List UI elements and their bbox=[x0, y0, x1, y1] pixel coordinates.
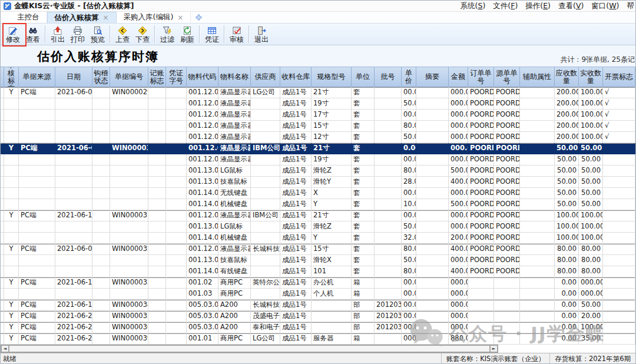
table-cell: 50.00 bbox=[579, 300, 603, 310]
title-bar: 金蝶KIS云·专业版 - [估价入账核算] 系统(S)文件(F)操作(E)查看(… bbox=[1, 1, 635, 12]
table-cell: 000.00 bbox=[449, 221, 468, 232]
table-row[interactable]: YPC端2021-06-10WIN000031001.12.01液晶显示器IBM… bbox=[1, 210, 635, 221]
toolbar-separator bbox=[199, 25, 200, 43]
table-row[interactable]: 001.03商用PC成品1号个人机箱00.00000.000.00000.00 bbox=[1, 289, 635, 300]
table-row[interactable]: 001.14.01有线键盘成品1号101套80.00400.00POORD0CP… bbox=[1, 266, 635, 277]
scrollbar-thumb[interactable] bbox=[9, 345, 490, 352]
export-button[interactable]: 引出 bbox=[48, 24, 68, 45]
table-cell bbox=[55, 177, 92, 187]
table-cell bbox=[416, 300, 449, 310]
table-cell: 000.00 bbox=[449, 110, 468, 120]
new-tab-icon[interactable] bbox=[191, 12, 207, 23]
table-cell: 50.00 bbox=[579, 154, 603, 165]
table-row[interactable]: 001.12.02液晶显示器成品1号19寸套00.00000.00POORD0C… bbox=[1, 154, 635, 166]
table-cell bbox=[55, 221, 92, 232]
table-cell: POORD0C bbox=[494, 199, 520, 210]
print-button[interactable]: 打印 bbox=[68, 24, 88, 45]
table-cell bbox=[416, 221, 449, 232]
table-cell: 000.00 bbox=[449, 322, 468, 333]
table-cell: 001.12.02 bbox=[187, 154, 218, 165]
search-down-button[interactable]: 下查 bbox=[132, 24, 153, 45]
table-cell: 50.00 bbox=[402, 221, 416, 232]
modify-button[interactable]: 修改 bbox=[3, 24, 23, 45]
table-cell: POORD0C bbox=[494, 255, 520, 266]
table-cell bbox=[92, 143, 110, 154]
table-cell: 成品1号 bbox=[280, 322, 312, 333]
window-title: 金蝶KIS云·专业版 - [估价入账核算] bbox=[14, 1, 134, 11]
table-cell bbox=[375, 177, 402, 187]
horizontal-scrollbar[interactable]: ◄ ► bbox=[1, 345, 498, 353]
table-row[interactable]: YPC端2021-06-10WIN000034005.03.01A200长城科技… bbox=[1, 300, 635, 311]
table-row[interactable]: 001.12.02液晶显示器成品1号19寸套50.00000.00POORD0C… bbox=[1, 98, 635, 110]
menu-item-5[interactable]: 帮 bbox=[627, 1, 635, 11]
table-row[interactable]: 001.12.03液晶显示器成品1号17寸套00.00000.00POORD0C… bbox=[1, 110, 635, 121]
table-row[interactable]: 001.14.04机械键盘成品1号Y套32.00200.00POORD0CPOO… bbox=[1, 233, 635, 244]
table-row[interactable]: YPC端2021-06-05WIN000032001.12.04液晶显示器长城科… bbox=[1, 244, 635, 255]
table-cell: 成品1号 bbox=[280, 333, 312, 344]
table-cell bbox=[375, 199, 402, 210]
filter-button[interactable]: 过滤 bbox=[157, 24, 177, 45]
edit-icon bbox=[8, 26, 18, 35]
table-cell: 200.00 bbox=[555, 98, 579, 109]
search-up-button[interactable]: 上查 bbox=[112, 24, 132, 45]
column-header-15: 摘要 bbox=[416, 67, 449, 87]
scroll-left-button[interactable]: ◄ bbox=[1, 345, 9, 352]
table-cell: 成品1号 bbox=[280, 98, 312, 109]
menu-item-0[interactable]: 系统(S) bbox=[461, 1, 486, 11]
table-cell: 00.00 bbox=[402, 289, 416, 299]
table-row[interactable]: YPC端2021-06-01WIN000029001.12.01液晶显示器LG公… bbox=[1, 87, 635, 98]
tab-1[interactable]: 估价入账核算× bbox=[47, 12, 117, 23]
table-row[interactable]: 001.12.05液晶显示器成品1号12寸套50.00000.00POORD0C… bbox=[1, 132, 635, 143]
view-button[interactable]: 查看 bbox=[23, 24, 43, 45]
status-inventory-period: 存货核算：2021年第6期 bbox=[549, 353, 635, 364]
table-cell bbox=[4, 110, 19, 120]
table-row[interactable]: 001.13.08技嘉鼠标成品1号滑轮X套50.00000.00POORD0CP… bbox=[1, 255, 635, 266]
table-row[interactable]: 001.13.03LG鼠标成品1号滑轮Z套80.00500.00POORD0CP… bbox=[1, 166, 635, 177]
table-cell: WIN000029 bbox=[110, 87, 148, 98]
table-cell bbox=[148, 244, 166, 254]
menu-item-1[interactable]: 文件(F) bbox=[493, 1, 518, 11]
status-account-name: 账套名称：KIS演示账套（企业） bbox=[441, 353, 550, 364]
filter-icon bbox=[163, 26, 172, 35]
tab-close-icon[interactable]: × bbox=[103, 14, 109, 21]
scroll-right-button[interactable]: ► bbox=[490, 345, 498, 352]
table-cell bbox=[603, 143, 635, 154]
table-row[interactable]: 001.12.04液晶显示器成品1号15寸套80.00000.00POORD0C… bbox=[1, 121, 635, 132]
table-cell: 2012032000 bbox=[375, 311, 402, 322]
table-row[interactable]: 001.14.03无线键盘成品1号X套00.00000.00POORD0CPOO… bbox=[1, 188, 635, 199]
table-row[interactable]: YPC端2021-06-28WIN000036005.03.01A200泰和电子… bbox=[1, 322, 635, 333]
audit-button[interactable]: 审核 bbox=[227, 24, 247, 45]
table-row[interactable]: YPC端2021-06-10WIN000033001.02商用PC英特尔公司成品… bbox=[1, 277, 635, 289]
table-cell: 2012031001 bbox=[375, 300, 402, 310]
table-cell: WIN000036 bbox=[110, 322, 148, 333]
table-cell bbox=[416, 266, 449, 277]
tab-0[interactable]: 主控台 bbox=[10, 12, 47, 23]
table-cell bbox=[375, 166, 402, 176]
table-cell bbox=[4, 255, 19, 266]
table-row[interactable]: YPC端2021-06-26WIN000039001.01商用PCLG公司成品1… bbox=[1, 333, 635, 345]
binoculars-icon bbox=[28, 26, 38, 35]
exit-button[interactable]: 退出 bbox=[251, 24, 271, 45]
table-row[interactable]: YPC端2021-06-20WIN000035005.03.01A200茂盛电子… bbox=[1, 311, 635, 322]
preview-button[interactable]: 预览 bbox=[88, 24, 108, 45]
tab-2[interactable]: 采购入库(编辑)× bbox=[117, 12, 191, 23]
menu-item-2[interactable]: 操作(E) bbox=[525, 1, 551, 11]
table-cell: √ bbox=[603, 132, 635, 143]
table-cell: POORD0C bbox=[494, 110, 520, 120]
table-row[interactable]: YPC端2021-06-01WIN000030001.12.01液晶显示器IBM… bbox=[1, 143, 635, 154]
table-row[interactable]: 001.14.04机械键盘成品1号Y套10.00500.00POORD0CPOO… bbox=[1, 199, 635, 210]
table-cell: A200 bbox=[218, 322, 251, 333]
table-cell bbox=[251, 110, 280, 120]
table-cell bbox=[148, 154, 166, 165]
tab-close-icon[interactable]: × bbox=[177, 14, 183, 21]
table-cell: 200.00 bbox=[555, 110, 579, 120]
table-cell: 00.00 bbox=[402, 322, 416, 333]
menu-item-4[interactable]: 窗口(W) bbox=[591, 1, 619, 11]
toolbar-button-label: 刷新 bbox=[180, 35, 194, 44]
refresh-button[interactable]: 刷新 bbox=[177, 24, 197, 45]
table-row[interactable]: 001.13.09技嘉鼠标成品1号滑轮Y套28.00400.00POORD0CP… bbox=[1, 177, 635, 188]
tab-label: 采购入库(编辑) bbox=[124, 12, 174, 22]
voucher-button[interactable]: 凭证 bbox=[202, 24, 222, 45]
menu-item-3[interactable]: 查看(V) bbox=[558, 1, 584, 11]
table-row[interactable]: 001.13.03LG鼠标成品1号滑轮Z套50.00000.00POORD0CP… bbox=[1, 221, 635, 233]
